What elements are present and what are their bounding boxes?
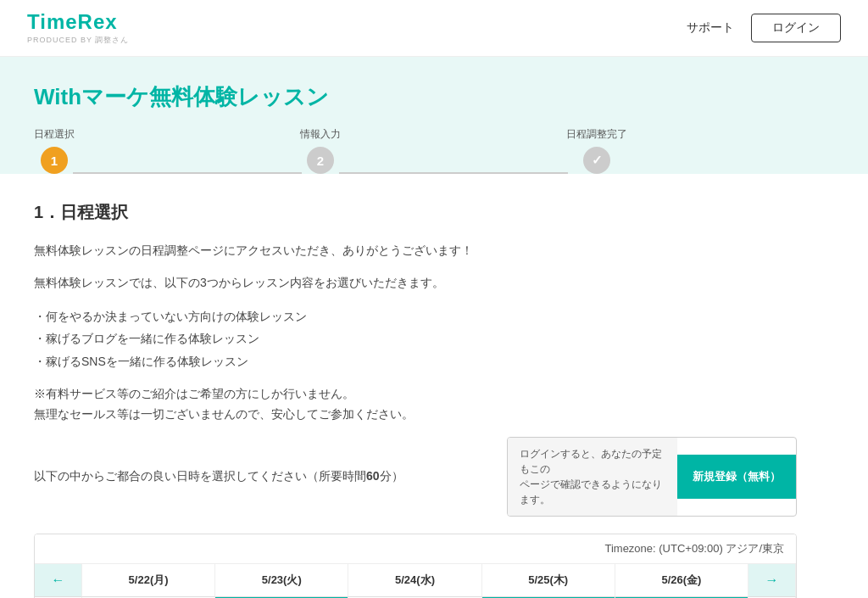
col-header-3: 5/25(木) xyxy=(482,564,615,597)
logo-text: TimeRex xyxy=(27,10,129,34)
step-1-circle: 1 xyxy=(41,147,68,174)
note-line2: 無理なセールス等は一切ございませんので、安心してご参加ください。 xyxy=(34,405,797,425)
step-3-circle: ✓ xyxy=(583,147,610,174)
calendar: Timezone: (UTC+09:00) アジア/東京 ← 5/22(月) 5… xyxy=(34,534,797,598)
col-header-1: 5/23(火) xyxy=(215,564,348,597)
bullet-1: ・何をやるか決まっていない方向けの体験レッスン xyxy=(34,305,797,328)
next-nav[interactable]: → xyxy=(748,564,796,597)
step-connector-2 xyxy=(339,172,568,174)
cta-row: 以下の中からご都合の良い日時を選択してください（所要時間60分） ログインすると… xyxy=(34,437,797,517)
col-header-4: 5/26(金) xyxy=(615,564,748,597)
calendar-grid: ← 5/22(月) 5/23(火) 5/24(水) 5/25(木) 5/26(金… xyxy=(35,564,796,598)
hero-title: Withマーケ無料体験レッスン xyxy=(34,74,834,127)
stepper: 日程選択 1 情報入力 2 日程調整完了 ✓ xyxy=(34,127,627,174)
support-link[interactable]: サポート xyxy=(687,20,734,36)
next-arrow: → xyxy=(765,573,778,588)
login-promo: ログインすると、あなたの予定もこのページで確認できるようになります。 新規登録（… xyxy=(507,437,797,517)
step-3: 日程調整完了 ✓ xyxy=(566,127,627,174)
hero-band: Withマーケ無料体験レッスン 日程選択 1 情報入力 2 日程調整完了 ✓ xyxy=(0,57,868,174)
note-block: ※有料サービス等のご紹介はご希望の方にしか行いません。 無理なセールス等は一切ご… xyxy=(34,384,797,425)
select-prompt: 以下の中からご都合の良い日時を選択してください（所要時間60分） xyxy=(34,469,403,484)
login-promo-text: ログインすると、あなたの予定もこのページで確認できるようになります。 xyxy=(508,438,677,516)
note-line1: ※有料サービス等のご紹介はご希望の方にしか行いません。 xyxy=(34,384,797,405)
prev-arrow: ← xyxy=(52,573,65,588)
prev-nav[interactable]: ← xyxy=(35,564,82,597)
header: TimeRex PRODUCED BY 調整さん サポート ログイン xyxy=(0,0,868,57)
col-header-2: 5/24(水) xyxy=(348,564,481,597)
step-2: 情報入力 2 xyxy=(300,127,341,174)
register-button[interactable]: 新規登録（無料） xyxy=(677,455,796,499)
section-title: 1．日程選択 xyxy=(34,201,797,224)
logo: TimeRex PRODUCED BY 調整さん xyxy=(27,10,129,46)
para1: 無料体験レッスンの日程調整ページにアクセスいただき、ありがとうございます！ xyxy=(34,241,797,261)
timezone-bar: Timezone: (UTC+09:00) アジア/東京 xyxy=(35,534,796,564)
header-right: サポート ログイン xyxy=(687,14,841,42)
para2: 無料体験レッスンでは、以下の3つからレッスン内容をお選びいただきます。 xyxy=(34,273,797,293)
bullet-3: ・稼げるSNSを一緒に作る体験レッスン xyxy=(34,350,797,373)
login-button[interactable]: ログイン xyxy=(751,14,841,42)
main-content: 1．日程選択 無料体験レッスンの日程調整ページにアクセスいただき、ありがとうござ… xyxy=(0,174,831,598)
logo-sub: PRODUCED BY 調整さん xyxy=(27,35,129,46)
step-2-label: 情報入力 xyxy=(300,127,341,142)
step-1: 日程選択 1 xyxy=(34,127,75,174)
step-connector-1 xyxy=(73,172,302,174)
bullet-2: ・稼げるブログを一緒に作る体験レッスン xyxy=(34,327,797,350)
step-2-circle: 2 xyxy=(307,147,334,174)
step-1-label: 日程選択 xyxy=(34,127,75,142)
step-3-label: 日程調整完了 xyxy=(566,127,627,142)
bullet-list: ・何をやるか決まっていない方向けの体験レッスン ・稼げるブログを一緒に作る体験レ… xyxy=(34,305,797,373)
col-header-0: 5/22(月) xyxy=(82,564,215,597)
